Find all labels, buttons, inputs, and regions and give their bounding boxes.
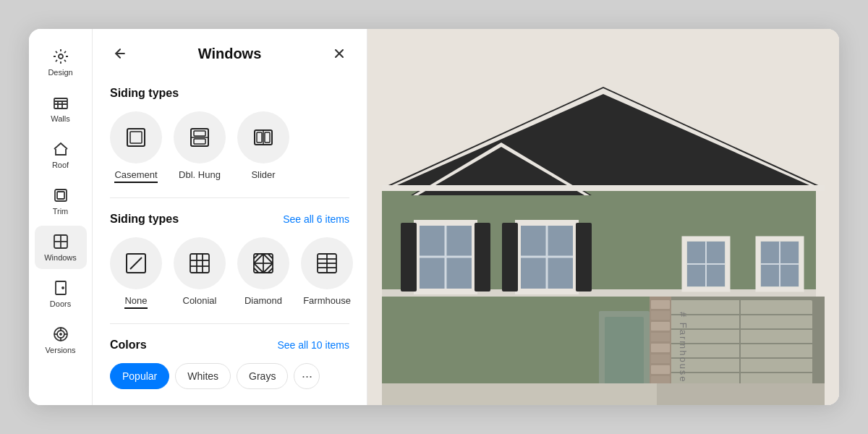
- windows-icon: [52, 233, 69, 250]
- diamond-circle: [237, 237, 289, 289]
- svg-rect-22: [194, 131, 205, 136]
- diamond-label: Diamond: [244, 295, 282, 306]
- svg-marker-104: [657, 383, 825, 405]
- farmhouse-circle: [301, 237, 353, 289]
- svg-rect-72: [576, 223, 592, 292]
- colors-title: Colors: [110, 339, 147, 352]
- color-tab-popular[interactable]: Popular: [110, 363, 169, 389]
- svg-rect-3: [57, 192, 64, 199]
- window-type-options: Casement Dbl. Hung: [110, 111, 349, 183]
- sidebar-label-doors: Doors: [50, 299, 71, 308]
- svg-rect-1: [54, 98, 67, 109]
- svg-line-36: [254, 254, 263, 263]
- svg-rect-27: [265, 132, 270, 142]
- design-icon: [52, 48, 69, 65]
- casement-label: Casement: [114, 169, 157, 183]
- back-button[interactable]: [110, 43, 130, 64]
- svg-rect-64: [401, 223, 417, 292]
- sidebar-label-roof: Roof: [52, 161, 69, 169]
- section-title-2: Siding types: [110, 213, 179, 226]
- svg-rect-19: [130, 132, 142, 143]
- farmhouse-label: Farmhouse: [303, 295, 351, 306]
- svg-rect-97: [651, 354, 670, 363]
- casement-circle: [110, 111, 162, 163]
- colonial-label: Colonial: [183, 295, 217, 306]
- walls-icon: [52, 94, 69, 111]
- slider-circle: [237, 111, 289, 163]
- see-all-colors-button[interactable]: See all 10 items: [277, 339, 349, 351]
- sidebar-item-versions[interactable]: Versions: [35, 318, 87, 362]
- sidebar-item-walls[interactable]: Walls: [35, 87, 87, 130]
- svg-line-29: [130, 258, 142, 269]
- svg-line-38: [263, 263, 273, 273]
- roof-icon: [52, 140, 69, 158]
- svg-rect-23: [194, 139, 205, 144]
- option-dbl-hung[interactable]: Dbl. Hung: [174, 111, 226, 180]
- sidebar-label-windows: Windows: [44, 253, 77, 262]
- grille-options: None Colonial: [110, 237, 349, 309]
- svg-rect-93: [651, 311, 670, 320]
- colors-section: Colors See all 10 items Popular Whites G…: [93, 327, 367, 404]
- svg-rect-26: [257, 132, 262, 142]
- trim-icon: [52, 187, 69, 204]
- sidebar-label-versions: Versions: [45, 346, 75, 354]
- svg-point-0: [59, 54, 63, 59]
- svg-rect-7: [56, 281, 66, 294]
- svg-point-8: [62, 287, 64, 289]
- color-tabs: Popular Whites Grays ···: [110, 363, 349, 389]
- svg-rect-65: [475, 223, 490, 292]
- panel-header: Windows: [93, 29, 367, 75]
- option-farmhouse[interactable]: Farmhouse: [301, 237, 353, 306]
- svg-rect-71: [502, 223, 518, 292]
- svg-rect-98: [651, 365, 670, 374]
- sidebar-label-design: Design: [48, 68, 72, 77]
- windows-panel: Windows Siding types: [93, 29, 367, 405]
- doors-icon: [52, 279, 69, 297]
- divider-1: [110, 197, 349, 198]
- farmhouse-annotation: # Farmhouse: [678, 312, 689, 383]
- none-label: None: [124, 295, 147, 309]
- color-tab-grays[interactable]: Grays: [237, 363, 288, 389]
- section-title-1: Siding types: [110, 87, 179, 100]
- svg-line-39: [254, 263, 263, 273]
- sidebar-item-doors[interactable]: Doors: [35, 272, 87, 315]
- divider-2: [110, 323, 349, 324]
- slider-label: Slider: [251, 169, 275, 180]
- versions-icon: [52, 326, 69, 343]
- app-container: Design Walls Roof Trim: [29, 29, 839, 405]
- section-header-1: Siding types: [110, 87, 349, 100]
- option-none[interactable]: None: [110, 237, 162, 309]
- sidebar-item-trim[interactable]: Trim: [35, 179, 87, 223]
- svg-rect-95: [651, 333, 670, 341]
- see-all-grilles-button[interactable]: See all 6 items: [283, 213, 349, 225]
- svg-rect-94: [651, 322, 670, 331]
- svg-line-37: [263, 254, 273, 263]
- option-colonial[interactable]: Colonial: [174, 237, 226, 306]
- svg-rect-96: [651, 344, 670, 352]
- siding-types-section-1: Siding types Casement: [93, 75, 367, 195]
- svg-point-11: [60, 333, 61, 335]
- section-header-2: Siding types See all 6 items: [110, 213, 349, 226]
- sidebar-item-windows[interactable]: Windows: [35, 226, 87, 269]
- color-tab-more[interactable]: ···: [294, 363, 320, 389]
- option-diamond[interactable]: Diamond: [237, 237, 289, 306]
- sidebar: Design Walls Roof Trim: [29, 29, 93, 405]
- colonial-circle: [174, 237, 226, 289]
- svg-rect-55: [382, 185, 825, 191]
- option-casement[interactable]: Casement: [110, 111, 162, 183]
- house-visualization: # Farmhouse: [367, 29, 839, 405]
- panel-title: Windows: [198, 46, 262, 62]
- option-slider[interactable]: Slider: [237, 111, 289, 180]
- svg-rect-30: [190, 254, 209, 273]
- none-circle: [110, 237, 162, 289]
- color-tab-whites[interactable]: Whites: [175, 363, 231, 389]
- sidebar-label-walls: Walls: [51, 114, 69, 123]
- siding-types-section-2: Siding types See all 6 items None: [93, 201, 367, 320]
- sidebar-item-roof[interactable]: Roof: [35, 133, 87, 176]
- dbl-hung-circle: [174, 111, 226, 163]
- close-button[interactable]: [329, 43, 349, 64]
- sidebar-item-design[interactable]: Design: [35, 41, 87, 84]
- colors-header: Colors See all 10 items: [110, 339, 349, 352]
- sidebar-label-trim: Trim: [53, 207, 69, 216]
- house-svg: [367, 29, 839, 405]
